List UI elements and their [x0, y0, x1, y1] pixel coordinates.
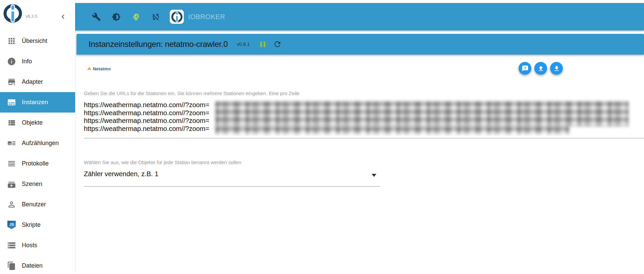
- export-settings-button[interactable]: [550, 62, 563, 75]
- url-line: https://weathermap.netatmo.com//?zoom=: [84, 125, 209, 133]
- sidebar-item-label: Protokolle: [22, 160, 49, 167]
- url-line: https://weathermap.netatmo.com//?zoom=: [84, 101, 209, 109]
- sidebar-item-info[interactable]: Info: [0, 51, 75, 72]
- settings-button[interactable]: [88, 9, 104, 25]
- sidebar-item-label: Info: [22, 58, 32, 65]
- sidebar-item-uebersicht[interactable]: Übersicht: [0, 31, 75, 51]
- download-icon: [553, 65, 560, 72]
- iobroker-logo-icon: [171, 11, 183, 23]
- refresh-icon: [273, 40, 282, 49]
- expert-mode-button[interactable]: [128, 9, 144, 25]
- sidebar-item-label: Instanzen: [22, 99, 48, 106]
- main-area: IOBROKER Instanzeinstellungen: netatmo-c…: [75, 0, 644, 274]
- sidebar-item-szenen[interactable]: Szenen: [0, 174, 75, 194]
- sidebar-item-aufzaehlungen[interactable]: Aufzählungen: [0, 133, 75, 153]
- tab-label: Netatmo: [93, 66, 111, 71]
- brand-text: IOBROKER: [188, 13, 225, 21]
- instance-version: v0.8.1: [237, 42, 250, 47]
- textarea-underline: [84, 138, 644, 138]
- sidebar-item-label: Aufzählungen: [22, 140, 59, 147]
- sidebar-item-skripte[interactable]: JS Skripte: [0, 215, 75, 235]
- hosts-icon: [7, 241, 16, 250]
- theme-toggle-button[interactable]: [108, 9, 124, 25]
- url-line: https://weathermap.netatmo.com//?zoom=: [84, 109, 209, 117]
- iobroker-admin-window: v6.3.5 Übersicht Info Adapter Instanzen: [0, 0, 644, 274]
- sidebar-nav: Übersicht Info Adapter Instanzen Objekte…: [0, 31, 75, 274]
- sidebar-item-benutzer[interactable]: Benutzer: [0, 194, 75, 215]
- admin-version-label: v6.3.5: [25, 14, 37, 19]
- sidebar-header: v6.3.5: [0, 0, 75, 31]
- sidebar-item-label: Szenen: [22, 181, 42, 188]
- sidebar-item-label: Adapter: [22, 78, 43, 85]
- sidebar-item-instanzen[interactable]: Instanzen: [0, 92, 75, 113]
- upload-icon: [537, 65, 544, 72]
- list-icon: [7, 118, 16, 127]
- tab-netatmo[interactable]: Netatmo: [87, 65, 111, 73]
- info-icon: [7, 57, 16, 66]
- netatmo-logo-icon: [87, 66, 92, 71]
- brightness-icon: [112, 12, 121, 21]
- page-title: Instanzeinstellungen: netatmo-crawler.0: [89, 40, 228, 49]
- help-bubble-icon: ?: [522, 65, 529, 72]
- dropdown-arrow-icon: [372, 174, 376, 177]
- sidebar-item-label: Dateien: [22, 262, 43, 269]
- settings-action-buttons: ?: [519, 62, 563, 75]
- select-underline: [84, 186, 380, 187]
- naming-hint: Wählen Sie aus, wie die Objekte für jede…: [84, 159, 241, 165]
- javascript-icon: JS: [7, 220, 16, 229]
- app-bar: IOBROKER: [75, 3, 644, 30]
- sidebar-item-label: Übersicht: [22, 38, 47, 45]
- naming-select-value: Zähler verwenden, z.B. 1: [84, 170, 158, 178]
- expert-head-icon: [131, 12, 141, 21]
- urls-hint: Geben Sie die URLs für die Stationen ein…: [84, 90, 300, 96]
- iobroker-logo-icon: [3, 4, 22, 23]
- collapse-sidebar-button[interactable]: [58, 12, 68, 21]
- grid-icon: [7, 37, 16, 46]
- import-settings-button[interactable]: [534, 62, 547, 75]
- redacted-url-blur: [215, 101, 629, 126]
- stations-urls-textarea[interactable]: https://weathermap.netatmo.com//?zoom= h…: [84, 101, 209, 133]
- sidebar-item-label: Objekte: [22, 119, 43, 126]
- enums-icon: [7, 139, 16, 148]
- sidebar-item-dateien[interactable]: Dateien: [0, 256, 75, 274]
- sync-disabled-button[interactable]: [148, 9, 164, 25]
- sidebar-item-label: Skripte: [22, 221, 41, 228]
- wrench-icon: [92, 12, 101, 21]
- chevron-left-icon: [59, 12, 67, 21]
- instance-settings-panel: Netatmo ? Geben Sie die URLs für die Sta…: [75, 55, 644, 274]
- refresh-button[interactable]: [271, 38, 283, 50]
- store-icon: [7, 77, 16, 86]
- iobroker-brand-tile: [170, 10, 184, 24]
- sidebar-item-label: Benutzer: [22, 201, 46, 208]
- url-line: https://weathermap.netatmo.com//?zoom=: [84, 117, 209, 125]
- scenes-icon: [7, 180, 16, 189]
- sidebar-item-adapter[interactable]: Adapter: [0, 72, 75, 92]
- svg-text:?: ?: [524, 66, 526, 70]
- instances-icon: [7, 98, 16, 107]
- instance-title-bar: Instanzeinstellungen: netatmo-crawler.0 …: [76, 34, 644, 55]
- sidebar: v6.3.5 Übersicht Info Adapter Instanzen: [0, 0, 75, 274]
- sidebar-item-hosts[interactable]: Hosts: [0, 235, 75, 256]
- naming-select[interactable]: Zähler verwenden, z.B. 1: [84, 168, 380, 187]
- help-button[interactable]: ?: [519, 62, 531, 75]
- sidebar-item-objekte[interactable]: Objekte: [0, 113, 75, 133]
- pause-instance-button[interactable]: [259, 40, 267, 49]
- sync-disabled-icon: [151, 12, 160, 21]
- files-icon: [7, 261, 16, 270]
- sidebar-item-protokolle[interactable]: Protokolle: [0, 153, 75, 174]
- sidebar-item-label: Hosts: [22, 242, 37, 249]
- user-icon: [7, 200, 16, 209]
- redacted-url-blur: [215, 126, 569, 134]
- logs-icon: [7, 159, 16, 168]
